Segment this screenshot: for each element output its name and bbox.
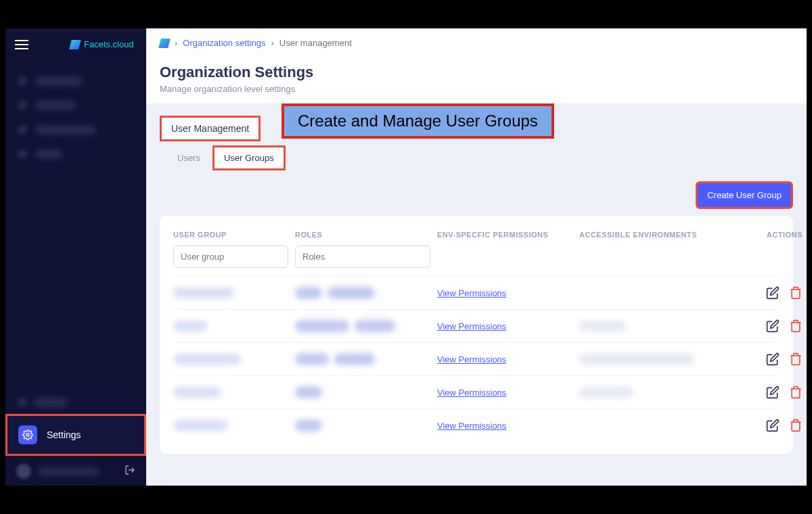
col-actions: ACTIONS — [735, 231, 803, 239]
delete-icon[interactable] — [789, 386, 803, 399]
edit-icon[interactable] — [766, 319, 780, 333]
subtabs: Users User Groups — [168, 145, 793, 170]
sidebar-item-settings[interactable]: Settings — [5, 414, 146, 456]
sidebar-user-row — [5, 457, 146, 486]
table-row: View Permissions — [173, 342, 780, 375]
tab-user-management[interactable]: User Management — [160, 116, 261, 141]
sidebar-bottom: Settings — [5, 392, 146, 486]
subtab-users[interactable]: Users — [168, 147, 210, 168]
user-groups-table: USER GROUP ROLES ENV-SPECFIC PERMISSIONS… — [160, 216, 793, 454]
table-row: View Permissions — [173, 408, 780, 442]
edit-icon[interactable] — [766, 286, 780, 300]
subtab-user-groups[interactable]: User Groups — [212, 145, 286, 170]
avatar — [16, 464, 31, 479]
table-row: View Permissions — [173, 276, 780, 309]
gear-icon — [18, 425, 37, 444]
filter-user-group-input[interactable] — [173, 246, 288, 268]
brand-logo-icon — [69, 40, 81, 49]
edit-icon[interactable] — [766, 386, 780, 399]
delete-icon[interactable] — [789, 286, 803, 300]
sidebar-top: Facets.cloud — [5, 28, 146, 60]
svg-point-0 — [26, 434, 29, 436]
col-environments: ACCESSIBLE ENVIRONMENTS — [579, 231, 728, 239]
breadcrumb: › Organization settings › User managemen… — [146, 28, 807, 58]
brand-text: Facets.cloud — [84, 39, 134, 49]
table-header: USER GROUP ROLES ENV-SPECFIC PERMISSIONS… — [173, 228, 780, 246]
breadcrumb-leaf: User management — [279, 38, 352, 48]
col-permissions: ENV-SPECFIC PERMISSIONS — [437, 231, 572, 239]
edit-icon[interactable] — [766, 352, 780, 366]
view-permissions-link[interactable]: View Permissions — [437, 321, 506, 331]
edit-icon[interactable] — [766, 419, 780, 432]
sidebar-items — [5, 60, 146, 175]
table-filters — [173, 246, 780, 268]
settings-label: Settings — [47, 429, 81, 440]
breadcrumb-sep: › — [271, 38, 273, 48]
table-row: View Permissions — [173, 309, 780, 342]
delete-icon[interactable] — [789, 419, 803, 432]
logout-icon[interactable] — [125, 465, 135, 478]
sidebar-item[interactable] — [5, 144, 146, 164]
main: › Organization settings › User managemen… — [146, 28, 807, 486]
sidebar-item[interactable] — [5, 95, 146, 116]
delete-icon[interactable] — [789, 319, 803, 333]
annotation-callout: Create and Manage User Groups — [281, 103, 554, 139]
content: Create and Manage User Groups User Manag… — [146, 103, 807, 486]
sidebar-item[interactable] — [5, 71, 146, 91]
page-header: Organization Settings Manage organizatio… — [146, 58, 807, 103]
app-frame: Facets.cloud Settings — [5, 28, 807, 486]
sidebar-item[interactable] — [5, 392, 146, 413]
brand[interactable]: Facets.cloud — [70, 39, 134, 49]
view-permissions-link[interactable]: View Permissions — [437, 354, 506, 365]
sidebar-item[interactable] — [5, 120, 146, 140]
page-title: Organization Settings — [160, 64, 793, 81]
page-subtitle: Manage organization level settings — [160, 84, 793, 94]
sidebar: Facets.cloud Settings — [5, 28, 146, 486]
delete-icon[interactable] — [789, 352, 803, 366]
col-roles: ROLES — [295, 231, 430, 239]
breadcrumb-root[interactable]: Organization settings — [183, 38, 265, 48]
brand-logo-icon — [158, 39, 171, 48]
col-user-group: USER GROUP — [173, 231, 288, 239]
menu-icon[interactable] — [15, 40, 28, 49]
create-user-group-button[interactable]: Create User Group — [696, 181, 793, 209]
breadcrumb-sep: › — [175, 38, 177, 48]
view-permissions-link[interactable]: View Permissions — [437, 288, 506, 298]
table-row: View Permissions — [173, 375, 780, 408]
view-permissions-link[interactable]: View Permissions — [437, 388, 506, 398]
view-permissions-link[interactable]: View Permissions — [437, 421, 506, 431]
filter-roles-input[interactable] — [295, 246, 430, 268]
